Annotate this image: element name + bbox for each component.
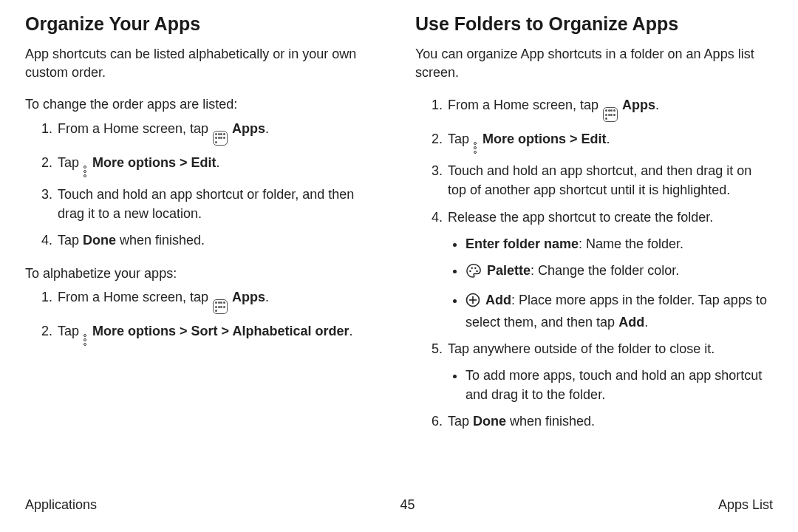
footer-right: Apps List: [718, 497, 773, 513]
step-text: Tap anywhere outside of the folder to cl…: [448, 341, 715, 356]
folder-steps: From a Home screen, tap Apps. Tap More o…: [415, 95, 773, 431]
step5-sub: To add more apps, touch and hold an app …: [448, 366, 773, 404]
sub-text: : Place more apps in the folder. Tap app…: [466, 293, 767, 330]
list-item: From a Home screen, tap Apps.: [446, 95, 773, 122]
list-item: Touch and hold an app shortcut or folder…: [56, 185, 383, 223]
step-text: From a Home screen, tap: [448, 98, 602, 112]
svg-point-2: [474, 267, 476, 268]
footer-left: Applications: [25, 497, 97, 513]
step-bold: Done: [83, 233, 116, 248]
step-text: .: [265, 121, 269, 136]
folder-sub-list: Enter folder name: Name the folder. Pale…: [448, 234, 773, 332]
list-item: To add more apps, touch and hold an app …: [466, 366, 773, 404]
sub-bold: Add: [618, 315, 644, 330]
step-bold: More options > Edit: [482, 132, 607, 146]
sub-bold: Enter folder name: [466, 236, 579, 251]
step-text: .: [216, 155, 220, 170]
page-number: 45: [400, 497, 415, 513]
apps-icon: [603, 107, 618, 122]
step-text: when finished.: [116, 233, 205, 248]
palette-icon: [466, 263, 482, 283]
list-item: Tap Done when finished.: [446, 412, 773, 431]
apps-icon: [213, 299, 228, 314]
sub-text: .: [644, 315, 648, 330]
list-item: Tap Done when finished.: [56, 231, 383, 250]
apps-label: Apps: [232, 290, 265, 304]
list-item: Tap More options > Sort > Alphabetical o…: [56, 321, 383, 346]
step-bold: More options > Sort > Alphabetical order: [92, 324, 349, 338]
step-text: .: [349, 324, 352, 338]
svg-point-0: [469, 270, 471, 271]
step-text: Tap: [448, 414, 473, 429]
step-text: when finished.: [506, 414, 595, 429]
step-text: Tap: [58, 155, 83, 170]
svg-point-1: [471, 267, 473, 268]
change-order-lead: To change the order apps are listed:: [25, 95, 383, 114]
more-options-icon: [83, 334, 88, 346]
apps-icon: [213, 131, 228, 146]
more-options-icon: [83, 166, 88, 177]
list-item: Tap anywhere outside of the folder to cl…: [446, 339, 773, 404]
alpha-steps: From a Home screen, tap Apps. Tap More o…: [25, 287, 383, 346]
right-heading: Use Folders to Organize Apps: [415, 13, 773, 35]
right-intro: You can organize App shortcuts in a fold…: [415, 45, 773, 82]
step-bold: More options > Edit: [92, 155, 216, 170]
step-text: Tap: [448, 132, 473, 146]
list-item: Tap More options > Edit.: [56, 153, 383, 177]
more-options-icon: [474, 142, 478, 154]
list-item: Add: Place more apps in the folder. Tap …: [466, 290, 773, 332]
apps-label: Apps: [232, 121, 265, 136]
sub-bold: Palette: [487, 263, 531, 278]
step-text: Tap: [58, 233, 83, 248]
step-text: Release the app shortcut to create the f…: [448, 210, 713, 225]
left-heading: Organize Your Apps: [25, 13, 383, 35]
step-text: .: [265, 290, 269, 304]
left-intro: App shortcuts can be listed alphabetical…: [25, 45, 383, 82]
list-item: Palette: Change the folder color.: [466, 261, 773, 283]
list-item: Tap More options > Edit.: [446, 129, 773, 154]
list-item: From a Home screen, tap Apps.: [56, 287, 383, 314]
step-text: .: [655, 98, 659, 112]
change-order-steps: From a Home screen, tap Apps. Tap More o…: [25, 119, 383, 250]
list-item: From a Home screen, tap Apps.: [56, 119, 383, 146]
list-item: Enter folder name: Name the folder.: [466, 234, 773, 253]
step-text: Tap: [58, 324, 83, 338]
list-item: Touch and hold an app shortcut, and then…: [446, 161, 773, 200]
apps-label: Apps: [622, 98, 655, 112]
list-item: Release the app shortcut to create the f…: [446, 208, 773, 332]
step-text: .: [607, 132, 610, 146]
step-bold: Done: [473, 414, 506, 429]
alpha-lead: To alphabetize your apps:: [25, 265, 383, 283]
right-column: Use Folders to Organize Apps You can org…: [415, 10, 773, 446]
step-text: From a Home screen, tap: [58, 121, 212, 136]
left-column: Organize Your Apps App shortcuts can be …: [25, 10, 383, 446]
sub-bold: Add: [485, 293, 511, 307]
page-footer: Applications 45 Apps List: [25, 497, 773, 513]
sub-text: : Name the folder.: [579, 236, 683, 251]
add-icon: [466, 293, 480, 313]
content-columns: Organize Your Apps App shortcuts can be …: [25, 10, 773, 446]
step-text: From a Home screen, tap: [58, 290, 212, 304]
sub-text: : Change the folder color.: [531, 263, 679, 278]
svg-point-3: [476, 270, 477, 271]
